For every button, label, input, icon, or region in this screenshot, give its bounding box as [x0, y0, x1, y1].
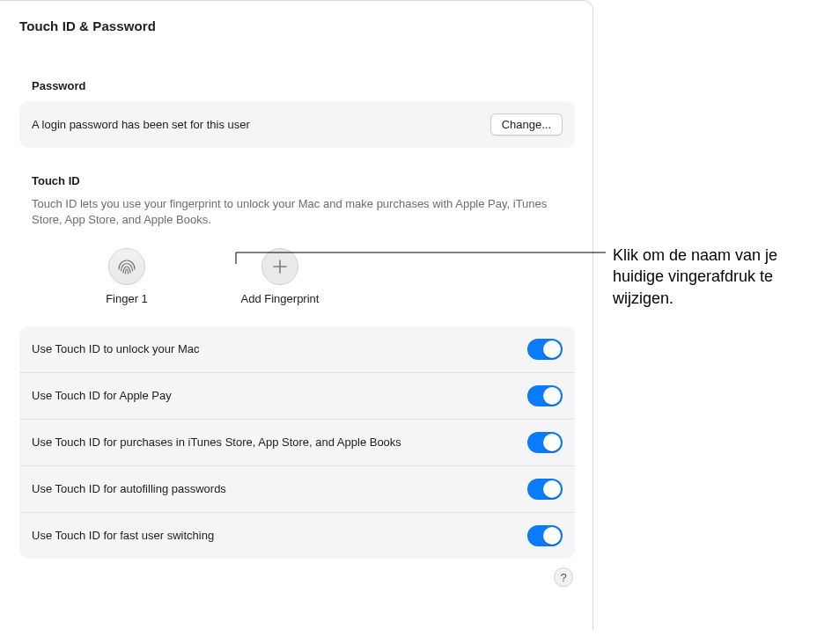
option-unlock-mac: Use Touch ID to unlock your Mac [19, 326, 575, 373]
option-fast-user-switching: Use Touch ID for fast user switching [19, 513, 575, 559]
touchid-options-card: Use Touch ID to unlock your Mac Use Touc… [19, 326, 575, 559]
add-fingerprint-label: Add Fingerprint [241, 292, 320, 305]
option-autofill-passwords: Use Touch ID for autofilling passwords [19, 466, 575, 513]
touchid-section: Touch ID Touch ID lets you use your fing… [19, 174, 575, 318]
option-label: Use Touch ID for purchases in iTunes Sto… [32, 435, 401, 450]
password-row: A login password has been set for this u… [19, 101, 575, 148]
password-status-text: A login password has been set for this u… [32, 118, 250, 131]
option-purchases: Use Touch ID for purchases in iTunes Sto… [19, 420, 575, 466]
settings-panel: Touch ID & Password Password A login pas… [0, 0, 593, 630]
callout-text: Klik om de naam van je huidige vingerafd… [613, 245, 808, 309]
fingerprint-item-1[interactable]: Finger 1 [83, 248, 171, 305]
help-button[interactable]: ? [554, 567, 573, 587]
plus-icon [261, 248, 298, 285]
fingerprint-icon [108, 248, 145, 285]
touchid-section-heading: Touch ID [19, 174, 575, 187]
toggle-apple-pay[interactable] [527, 385, 563, 406]
toggle-unlock-mac[interactable] [527, 339, 563, 360]
option-label: Use Touch ID for autofilling passwords [32, 481, 226, 497]
password-section-heading: Password [19, 79, 575, 92]
add-fingerprint-button[interactable]: Add Fingerprint [236, 248, 324, 305]
option-label: Use Touch ID for fast user switching [32, 528, 214, 544]
toggle-purchases[interactable] [527, 432, 563, 453]
change-password-button[interactable]: Change... [490, 113, 563, 135]
option-label: Use Touch ID to unlock your Mac [32, 341, 200, 357]
fingerprint-row: Finger 1 Add Fingerprint [19, 227, 575, 318]
option-apple-pay: Use Touch ID for Apple Pay [19, 373, 575, 420]
fingerprint-label: Finger 1 [106, 292, 148, 305]
toggle-autofill-passwords[interactable] [527, 479, 563, 500]
page-title: Touch ID & Password [19, 18, 575, 33]
toggle-fast-user-switching[interactable] [527, 525, 563, 546]
touchid-description: Touch ID lets you use your fingerprint t… [19, 196, 575, 227]
option-label: Use Touch ID for Apple Pay [32, 388, 172, 404]
